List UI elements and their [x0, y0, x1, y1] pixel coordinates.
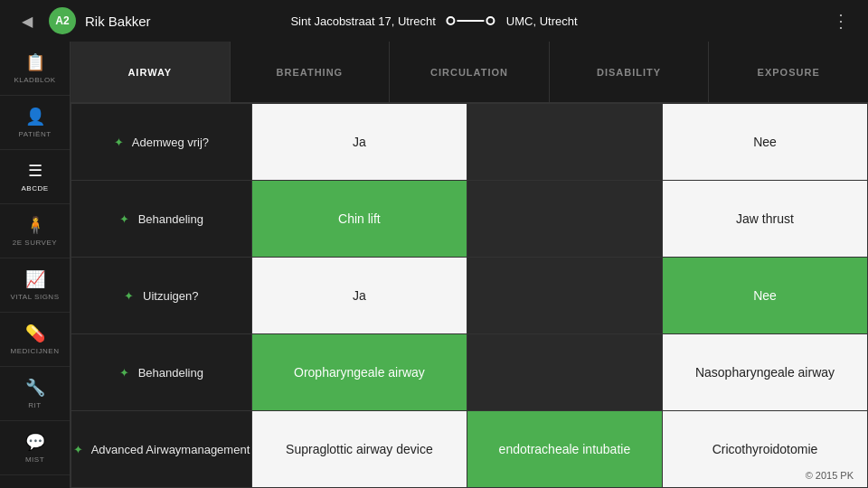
sidebar-label-patient: PATIËNT — [18, 130, 51, 138]
cell-content: Nasopharyngeale airway — [663, 351, 867, 394]
cell-content: Nee — [663, 274, 867, 317]
patient-icon: 👤 — [25, 107, 45, 127]
cell-uitzuigen-empty — [467, 258, 662, 334]
row-header-advanced: ✦ Advanced Airwaymanagement — [71, 411, 252, 488]
sidebar-item-rit[interactable]: 🔧 RIT — [0, 367, 70, 421]
sidebar-item-abcde[interactable]: ☰ ABCDE — [0, 150, 70, 204]
sidebar-item-survey[interactable]: 🧍 2e SURVEY — [0, 204, 70, 258]
cell-content — [467, 358, 662, 387]
top-bar-right: ⋮ — [828, 10, 854, 32]
top-bar-left: ◀ A2 Rik Bakker — [14, 7, 151, 34]
survey-icon: 🧍 — [25, 215, 45, 235]
top-bar: ◀ A2 Rik Bakker Sint Jacobstraat 17, Utr… — [0, 0, 868, 42]
cell-content: Supraglottic airway device — [252, 427, 467, 471]
tab-bar: AIRWAY BREATHING CIRCULATION DISABILITY … — [71, 42, 868, 103]
table-row: ✦ Advanced Airwaymanagement Supraglottic… — [71, 411, 868, 488]
cell-content: Cricothyroidotomie — [663, 427, 867, 471]
tab-exposure[interactable]: EXPOSURE — [709, 42, 868, 102]
cell-content — [467, 127, 662, 156]
sidebar-label-survey: 2e SURVEY — [13, 239, 57, 247]
data-table-area: ✦ Ademweg vrij? Ja Nee — [71, 103, 868, 488]
sidebar-label-medicijnen: MEDICIJNEN — [11, 347, 60, 355]
cell-uitzuigen-nee: Nee — [662, 258, 867, 334]
location-text: Sint Jacobstraat 17, Utrecht — [290, 14, 435, 28]
sidebar-label-mist: MIST — [25, 455, 44, 464]
cell-behandeling2-empty — [467, 334, 662, 411]
main-layout: 📋 KLADBLOK 👤 PATIËNT ☰ ABCDE 🧍 2e SURVEY… — [0, 42, 868, 488]
cell-ademweg-ja: Ja — [252, 104, 467, 181]
route-indicator — [447, 16, 495, 25]
table-row: ✦ Behandeling Chin lift Jaw thrust — [71, 181, 868, 258]
sidebar-item-medicijnen[interactable]: 💊 MEDICIJNEN — [0, 313, 70, 367]
cell-content — [467, 204, 662, 233]
airway-table: ✦ Ademweg vrij? Ja Nee — [71, 103, 868, 488]
medicijnen-icon: 💊 — [25, 324, 45, 343]
patient-name: Rik Bakker — [85, 14, 151, 29]
rit-icon: 🔧 — [25, 378, 45, 398]
kladblok-icon: 📋 — [25, 52, 45, 72]
tab-circulation[interactable]: CIRCULATION — [390, 42, 550, 102]
route-line-bar — [458, 20, 485, 22]
more-button[interactable]: ⋮ — [828, 10, 854, 32]
cell-content: Ja — [252, 274, 467, 317]
cell-nasopharyngeale: Nasopharyngeale airway — [662, 334, 867, 411]
cell-content: Chin lift — [252, 197, 467, 240]
cell-content: Jaw thrust — [663, 197, 867, 240]
row-header-behandeling1: ✦ Behandeling — [71, 181, 252, 258]
sidebar-item-mist[interactable]: 💬 MIST — [0, 421, 70, 475]
cell-content: Oropharyngeale airway — [252, 351, 467, 394]
sidebar-label-kladblok: KLADBLOK — [14, 76, 55, 84]
sidebar-item-vitals[interactable]: 📈 VITAL SIGNS — [0, 258, 70, 313]
cell-chin-lift: Chin lift — [252, 181, 467, 258]
sidebar-label-abcde: ABCDE — [21, 184, 48, 192]
sidebar-label-rit: RIT — [28, 401, 41, 409]
row-icon-behandeling1: ✦ — [119, 212, 129, 226]
row-icon-uitzuigen: ✦ — [124, 289, 134, 303]
cell-endotracheale: endotracheale intubatie — [467, 411, 662, 488]
cell-supraglottic: Supraglottic airway device — [252, 411, 467, 488]
top-bar-center: Sint Jacobstraat 17, Utrecht UMC, Utrech… — [290, 14, 577, 28]
row-icon-advanced: ✦ — [73, 443, 83, 456]
vitals-icon: 📈 — [25, 269, 45, 289]
row-icon-behandeling2: ✦ — [119, 366, 129, 380]
sidebar: 📋 KLADBLOK 👤 PATIËNT ☰ ABCDE 🧍 2e SURVEY… — [0, 42, 71, 488]
cell-oropharyngeale: Oropharyngeale airway — [252, 334, 467, 411]
route-end-dot — [486, 16, 495, 25]
abcde-icon: ☰ — [28, 161, 42, 181]
cell-behandeling1-empty — [467, 181, 662, 258]
destination-text: UMC, Utrecht — [506, 14, 578, 28]
tab-airway[interactable]: AIRWAY — [71, 42, 231, 102]
back-button[interactable]: ◀ — [14, 8, 40, 33]
row-header-ademweg: ✦ Ademweg vrij? — [71, 104, 252, 181]
cell-content — [467, 281, 662, 310]
row-icon-ademweg: ✦ — [114, 136, 124, 149]
route-start-dot — [447, 16, 456, 25]
tab-breathing[interactable]: BREATHING — [231, 42, 391, 102]
mist-icon: 💬 — [25, 432, 45, 452]
cell-content: Nee — [663, 120, 867, 164]
content-area: AIRWAY BREATHING CIRCULATION DISABILITY … — [71, 42, 868, 488]
cell-content: Ja — [252, 120, 467, 164]
sidebar-label-vitals: VITAL SIGNS — [11, 293, 60, 301]
cell-ademweg-nee: Nee — [662, 104, 867, 181]
cell-content: endotracheale intubatie — [467, 427, 662, 471]
footer-copyright: © 2015 PK — [806, 470, 854, 481]
cell-jaw-thrust: Jaw thrust — [662, 181, 867, 258]
sidebar-item-kladblok[interactable]: 📋 KLADBLOK — [0, 42, 70, 96]
table-row: ✦ Uitzuigen? Ja Nee — [71, 258, 868, 334]
table-row: ✦ Ademweg vrij? Ja Nee — [71, 104, 868, 181]
table-row: ✦ Behandeling Oropharyngeale airway Naso… — [71, 334, 868, 411]
cell-uitzuigen-ja: Ja — [252, 258, 467, 334]
sidebar-item-patient[interactable]: 👤 PATIËNT — [0, 96, 70, 150]
tab-disability[interactable]: DISABILITY — [550, 42, 710, 102]
cell-ademweg-empty — [467, 104, 662, 181]
avatar: A2 — [49, 7, 76, 34]
row-header-uitzuigen: ✦ Uitzuigen? — [71, 258, 252, 334]
row-header-behandeling2: ✦ Behandeling — [71, 334, 252, 411]
